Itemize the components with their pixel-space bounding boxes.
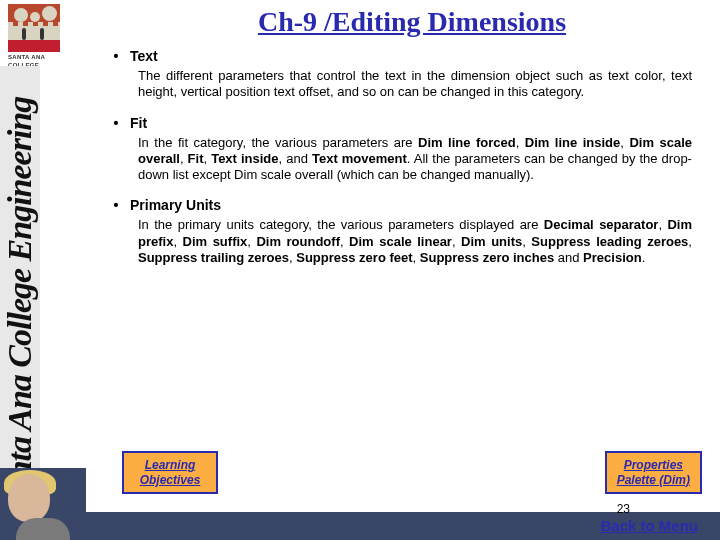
section-body: In the primary units category, the vario… xyxy=(138,217,692,266)
back-to-menu-link[interactable]: Back to Menu xyxy=(600,517,698,534)
section-block: •TextThe different parameters that contr… xyxy=(102,48,696,101)
college-label-1: SANTA ANA xyxy=(8,54,86,60)
nav-buttons: Learning Objectives Properties Palette (… xyxy=(122,451,702,494)
properties-palette-button[interactable]: Properties Palette (Dim) xyxy=(605,451,702,494)
bullet-icon: • xyxy=(102,115,130,131)
section-block: •Primary UnitsIn the primary units categ… xyxy=(102,197,696,266)
college-logo xyxy=(8,4,60,52)
banner-text: Santa Ana College Engineering xyxy=(1,85,39,525)
sidebar: SANTA ANA COLLEGE Santa Ana College Engi… xyxy=(0,0,86,540)
learning-objectives-button[interactable]: Learning Objectives xyxy=(122,451,218,494)
section-heading-text: Primary Units xyxy=(130,197,221,213)
section-heading: •Fit xyxy=(102,115,696,131)
section-body: In the fit category, the various paramet… xyxy=(138,135,692,184)
presenter-photo xyxy=(0,468,86,540)
section-heading: •Text xyxy=(102,48,696,64)
page-number: 23 xyxy=(617,502,630,516)
section-heading-text: Text xyxy=(130,48,158,64)
section-body: The different parameters that control th… xyxy=(138,68,692,101)
nav-right-line1: Properties xyxy=(624,458,683,472)
nav-left-line1: Learning xyxy=(145,458,196,472)
page-title: Ch-9 /Editing Dimensions xyxy=(110,6,714,38)
content-area: Ch-9 /Editing Dimensions •TextThe differ… xyxy=(94,0,714,540)
bullet-icon: • xyxy=(102,197,130,213)
section-heading: •Primary Units xyxy=(102,197,696,213)
nav-right-line2: Palette (Dim) xyxy=(617,473,690,487)
section-block: •FitIn the fit category, the various par… xyxy=(102,115,696,184)
section-heading-text: Fit xyxy=(130,115,147,131)
nav-left-line2: Objectives xyxy=(140,473,201,487)
bullet-icon: • xyxy=(102,48,130,64)
